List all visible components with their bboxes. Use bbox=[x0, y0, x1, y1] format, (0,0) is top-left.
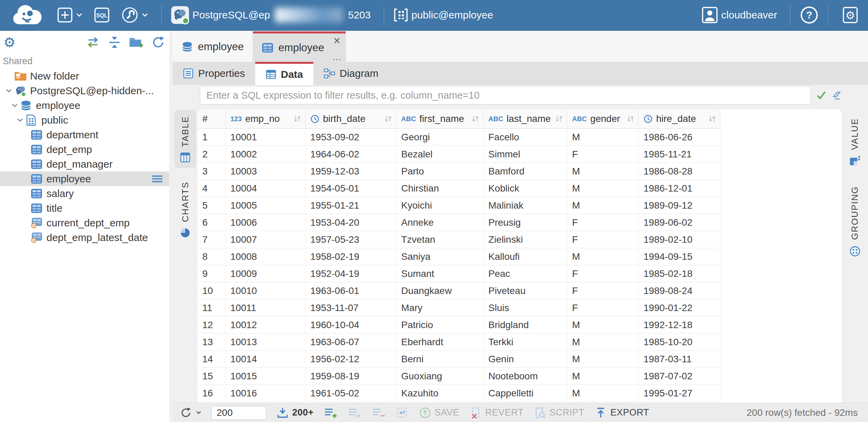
emp-no-cell[interactable]: 10014 bbox=[226, 351, 306, 367]
last-name-cell[interactable]: Sluis bbox=[484, 299, 567, 316]
table-row[interactable]: 8 10008 1958-02-19 Saniya Kalloufi M 199… bbox=[198, 248, 720, 265]
script-button[interactable]: SCRIPT bbox=[534, 407, 584, 419]
first-name-cell[interactable]: Tzvetan bbox=[396, 231, 484, 248]
first-name-cell[interactable]: Parto bbox=[396, 163, 484, 180]
emp-no-cell[interactable]: 10002 bbox=[226, 146, 306, 163]
sidebar-item-table-employee-selected[interactable]: employee bbox=[0, 171, 169, 186]
refresh-results-button[interactable] bbox=[179, 406, 201, 419]
row-number-cell[interactable]: 1 bbox=[198, 129, 226, 145]
sidebar-item-table-department[interactable]: department bbox=[0, 127, 169, 142]
emp-no-cell[interactable]: 10004 bbox=[226, 180, 306, 197]
tab-employee-database[interactable]: employee bbox=[173, 31, 253, 62]
sidebar-splitter[interactable] bbox=[169, 31, 173, 422]
last-name-cell[interactable]: Terkki bbox=[484, 334, 567, 350]
table-row[interactable]: 12 10012 1960-10-04 Patricio Bridgland M… bbox=[198, 316, 720, 334]
apply-changes-button[interactable] bbox=[396, 406, 409, 419]
row-number-cell[interactable]: 2 bbox=[198, 146, 226, 163]
collapse-all-icon[interactable] bbox=[108, 36, 121, 49]
table-row[interactable]: 16 10016 1961-05-02 Kazuhito Cappelletti… bbox=[198, 385, 720, 402]
emp-no-cell[interactable]: 10012 bbox=[226, 316, 306, 333]
hire-date-cell[interactable]: 1990-01-22 bbox=[639, 299, 720, 316]
hire-date-cell[interactable]: 1995-01-27 bbox=[639, 385, 720, 402]
sidebar-settings-gear-icon[interactable]: ⚙ bbox=[3, 36, 16, 49]
first-name-cell[interactable]: Anneke bbox=[396, 214, 484, 231]
clear-filter-eraser-icon[interactable] bbox=[831, 90, 842, 101]
gender-cell[interactable]: M bbox=[567, 163, 639, 180]
help-button[interactable]: ? bbox=[798, 0, 820, 30]
birth-date-cell[interactable]: 1960-10-04 bbox=[306, 316, 396, 333]
close-tab-icon[interactable] bbox=[333, 36, 341, 45]
presentation-tab-table[interactable]: TABLE bbox=[174, 110, 196, 168]
column-header-hire-date[interactable]: hire_date bbox=[639, 109, 720, 128]
sql-editor-button[interactable]: SQL bbox=[88, 0, 116, 30]
schema-selector[interactable]: public@employee bbox=[392, 0, 499, 30]
presentation-tab-charts[interactable]: CHARTS bbox=[174, 175, 196, 243]
row-number-cell[interactable]: 12 bbox=[198, 316, 226, 333]
table-row[interactable]: 11 10011 1953-11-07 Mary Sluis F 1990-01… bbox=[198, 299, 720, 316]
birth-date-cell[interactable]: 1953-09-02 bbox=[306, 129, 396, 145]
sidebar-item-table-salary[interactable]: salary bbox=[0, 186, 169, 201]
hire-date-cell[interactable]: 1989-08-24 bbox=[639, 282, 720, 299]
birth-date-cell[interactable]: 1957-05-23 bbox=[306, 231, 396, 248]
sort-arrows-icon[interactable] bbox=[708, 114, 717, 123]
birth-date-cell[interactable]: 1963-06-07 bbox=[306, 334, 396, 350]
row-number-cell[interactable]: 9 bbox=[198, 265, 226, 282]
table-row[interactable]: 4 10004 1954-05-01 Chirstian Koblick M 1… bbox=[198, 180, 720, 197]
chevron-down-icon[interactable] bbox=[15, 118, 26, 123]
table-row[interactable]: 3 10003 1959-12-03 Parto Bamford M 1986-… bbox=[198, 163, 720, 180]
gender-cell[interactable]: M bbox=[567, 368, 639, 384]
last-name-cell[interactable]: Preusig bbox=[484, 214, 567, 231]
column-header-last-name[interactable]: ABC last_name bbox=[484, 109, 567, 128]
first-name-cell[interactable]: Patricio bbox=[396, 316, 484, 333]
row-number-cell[interactable]: 15 bbox=[198, 368, 226, 384]
gender-cell[interactable]: M bbox=[567, 129, 639, 145]
last-name-cell[interactable]: Peac bbox=[484, 265, 567, 282]
gender-cell[interactable]: F bbox=[567, 299, 639, 316]
birth-date-cell[interactable]: 1955-01-21 bbox=[306, 197, 396, 214]
emp-no-cell[interactable]: 10001 bbox=[226, 129, 306, 145]
first-name-cell[interactable]: Eberhardt bbox=[396, 334, 484, 350]
first-name-cell[interactable]: Guoxiang bbox=[396, 368, 484, 384]
birth-date-cell[interactable]: 1956-02-12 bbox=[306, 351, 396, 367]
first-name-cell[interactable]: Georgi bbox=[396, 129, 484, 145]
row-number-cell[interactable]: 16 bbox=[198, 385, 226, 402]
row-number-cell[interactable]: 8 bbox=[198, 248, 226, 265]
table-row[interactable]: 10 10010 1963-06-01 Duangkaew Piveteau F… bbox=[198, 282, 720, 299]
last-name-cell[interactable]: Facello bbox=[484, 129, 567, 145]
panel-tab-value[interactable]: VALUE bbox=[844, 112, 866, 172]
revert-button[interactable]: REVERT bbox=[470, 407, 524, 419]
emp-no-cell[interactable]: 10013 bbox=[226, 334, 306, 350]
settings-button[interactable]: ⚙ bbox=[836, 0, 868, 30]
sidebar-item-table-title[interactable]: title bbox=[0, 201, 169, 215]
row-number-cell[interactable]: 6 bbox=[198, 214, 226, 231]
table-row[interactable]: 6 10006 1953-04-20 Anneke Preusig F 1989… bbox=[198, 214, 720, 231]
sidebar-item-database-employee[interactable]: employee bbox=[0, 98, 169, 113]
emp-no-cell[interactable]: 10016 bbox=[226, 385, 306, 402]
driver-tools-button[interactable] bbox=[116, 0, 154, 30]
table-row[interactable]: 5 10005 1955-01-21 Kyoichi Maliniak M 19… bbox=[198, 197, 720, 214]
emp-no-cell[interactable]: 10015 bbox=[226, 368, 306, 384]
table-row[interactable]: 2 10002 1964-06-02 Bezalel Simmel F 1985… bbox=[198, 146, 720, 163]
birth-date-cell[interactable]: 1954-05-01 bbox=[306, 180, 396, 197]
birth-date-cell[interactable]: 1963-06-01 bbox=[306, 282, 396, 299]
user-menu[interactable]: cloudbeaver bbox=[695, 0, 783, 30]
last-name-cell[interactable]: Piveteau bbox=[484, 282, 567, 299]
export-button[interactable]: EXPORT bbox=[595, 407, 649, 419]
last-name-cell[interactable]: Koblick bbox=[484, 180, 567, 197]
tab-data[interactable]: Data bbox=[255, 62, 313, 85]
sort-arrows-icon[interactable] bbox=[471, 114, 480, 123]
table-row[interactable]: 14 10014 1956-02-12 Berni Genin M 1987-0… bbox=[198, 351, 720, 368]
sort-arrows-icon[interactable] bbox=[626, 114, 635, 123]
connection-selector[interactable]: PostgreSQL@ep 5203 bbox=[169, 0, 376, 30]
row-number-cell[interactable]: 10 bbox=[198, 282, 226, 299]
refresh-icon[interactable] bbox=[151, 35, 166, 50]
gender-cell[interactable]: M bbox=[567, 385, 639, 402]
hire-date-cell[interactable]: 1992-12-18 bbox=[639, 316, 720, 333]
hire-date-cell[interactable]: 1987-03-11 bbox=[639, 351, 720, 367]
emp-no-cell[interactable]: 10009 bbox=[226, 265, 306, 282]
gender-cell[interactable]: F bbox=[567, 231, 639, 248]
delete-row-button[interactable] bbox=[372, 407, 385, 419]
apply-filter-check-icon[interactable] bbox=[816, 90, 827, 100]
gender-cell[interactable]: F bbox=[567, 214, 639, 231]
table-row[interactable]: 1 10001 1953-09-02 Georgi Facello M 1986… bbox=[198, 129, 720, 146]
